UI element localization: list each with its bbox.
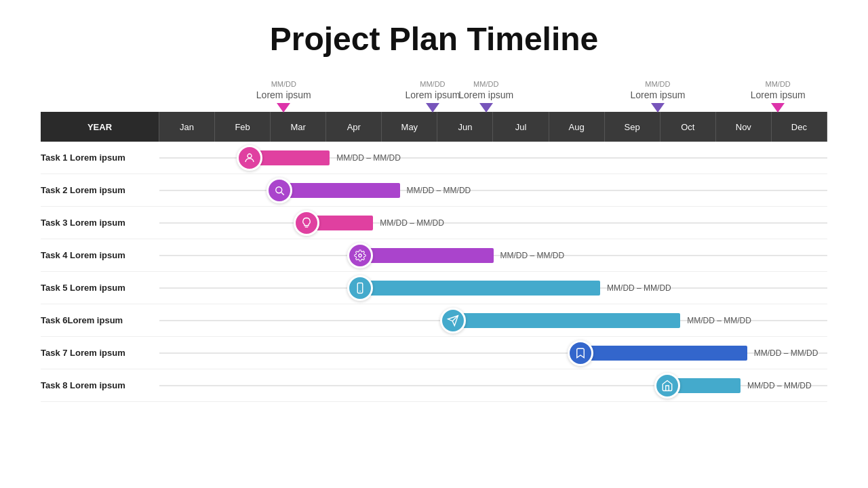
task-label: Task 4 Lorem ipsum <box>41 250 159 260</box>
month-cell-feb: Feb <box>215 112 271 142</box>
bar-date: MM/DD – MM/DD <box>336 153 401 163</box>
gantt-track: MM/DD – MM/DD <box>159 174 827 206</box>
month-cell-sep: Sep <box>605 112 660 142</box>
task-icon-circle <box>347 275 373 301</box>
task-icon-circle <box>294 210 319 236</box>
month-cell-jan: Jan <box>159 112 215 142</box>
bar-date: MM/DD – MM/DD <box>380 218 444 228</box>
milestone-arrow <box>277 103 290 113</box>
task-bar <box>360 281 601 296</box>
task-bar <box>360 248 494 263</box>
gantt-row: Task 7 Lorem ipsumMM/DD – MM/DD <box>41 337 827 369</box>
milestone-arrow <box>771 103 785 113</box>
track-line <box>159 222 827 223</box>
track-line <box>159 255 827 256</box>
milestone-label: Lorem ipsum <box>458 89 513 100</box>
gantt-track: MM/DD – MM/DD <box>159 239 827 271</box>
task-icon-circle <box>347 243 373 268</box>
bar-date: MM/DD – MM/DD <box>607 283 671 293</box>
task-label: Task 7 Lorem ipsum <box>41 348 159 358</box>
gantt-row: Task 3 Lorem ipsumMM/DD – MM/DD <box>41 207 827 239</box>
bar-wrapper <box>453 313 680 328</box>
year-label: YEAR <box>41 112 159 142</box>
task-bar <box>453 313 680 328</box>
task-label: Task 1 Lorem ipsum <box>41 152 159 163</box>
milestone-date: MM/DD <box>473 80 498 88</box>
task-icon-circle <box>267 178 292 203</box>
milestone-label: Lorem ipsum <box>751 89 806 100</box>
task-label: Task 2 Lorem ipsum <box>41 185 159 195</box>
month-cell-oct: Oct <box>660 112 716 142</box>
svg-point-4 <box>358 253 361 257</box>
milestone: MM/DD Lorem ipsum <box>405 80 460 112</box>
task-bar <box>279 183 399 198</box>
bar-date: MM/DD – MM/DD <box>500 251 565 260</box>
task-label: Task 6Lorem ipsum <box>41 315 159 325</box>
month-cell-mar: Mar <box>271 112 326 142</box>
gantt-track: MM/DD – MM/DD <box>159 272 827 304</box>
month-cell-jul: Jul <box>493 112 549 142</box>
milestone-label: Lorem ipsum <box>256 89 311 100</box>
milestone-arrow <box>651 103 665 113</box>
gantt-area: Task 1 Lorem ipsumMM/DD – MM/DDTask 2 Lo… <box>41 142 827 402</box>
task-label: Task 8 Lorem ipsum <box>41 380 159 390</box>
task-icon-circle <box>568 340 593 366</box>
task-label: Task 5 Lorem ipsum <box>41 283 159 293</box>
milestone-date: MM/DD <box>420 80 445 88</box>
gantt-row: Task 8 Lorem ipsumMM/DD – MM/DD <box>41 369 827 402</box>
month-bar: YEAR JanFebMarAprMayJunJulAugSepOctNovDe… <box>41 112 827 142</box>
gantt-row: Task 2 Lorem ipsumMM/DD – MM/DD <box>41 174 827 207</box>
milestone-arrow <box>426 103 439 113</box>
svg-point-0 <box>248 154 252 158</box>
milestone-label: Lorem ipsum <box>405 89 460 100</box>
bar-date: MM/DD – MM/DD <box>747 381 812 390</box>
gantt-row: Task 5 Lorem ipsumMM/DD – MM/DD <box>41 272 827 304</box>
bar-date: MM/DD – MM/DD <box>687 316 751 325</box>
page-title: Project Plan Timeline <box>0 0 868 71</box>
milestones-row: MM/DD Lorem ipsum MM/DD Lorem ipsum MM/D… <box>41 71 827 112</box>
svg-line-2 <box>281 192 284 195</box>
task-icon-circle <box>654 373 680 399</box>
bar-wrapper <box>580 346 747 361</box>
bar-wrapper <box>279 183 399 198</box>
milestone: MM/DD Lorem ipsum <box>458 80 513 112</box>
month-cell-may: May <box>382 112 437 142</box>
track-line <box>159 190 827 190</box>
gantt-row: Task 4 Lorem ipsumMM/DD – MM/DD <box>41 239 827 272</box>
task-icon-circle <box>440 308 466 333</box>
gantt-track: MM/DD – MM/DD <box>159 337 827 369</box>
month-cell-nov: Nov <box>716 112 772 142</box>
month-cell-dec: Dec <box>772 112 827 142</box>
bar-wrapper <box>360 248 494 263</box>
month-cell-aug: Aug <box>549 112 605 142</box>
gantt-row: Task 1 Lorem ipsumMM/DD – MM/DD <box>41 142 827 174</box>
bar-wrapper <box>360 281 601 296</box>
milestone-arrow <box>479 103 493 113</box>
gantt-track: MM/DD – MM/DD <box>159 304 827 336</box>
task-bar <box>580 346 747 361</box>
milestone-date: MM/DD <box>645 80 670 88</box>
milestone-date: MM/DD <box>766 80 791 88</box>
gantt-track: MM/DD – MM/DD <box>159 142 827 174</box>
milestone: MM/DD Lorem ipsum <box>256 80 311 112</box>
month-cell-apr: Apr <box>326 112 382 142</box>
month-cell-jun: Jun <box>437 112 493 142</box>
svg-point-1 <box>276 186 282 192</box>
milestone-date: MM/DD <box>271 80 296 88</box>
bar-date: MM/DD – MM/DD <box>754 348 818 358</box>
gantt-row: Task 6Lorem ipsumMM/DD – MM/DD <box>41 304 827 337</box>
gantt-track: MM/DD – MM/DD <box>159 207 827 239</box>
task-label: Task 3 Lorem ipsum <box>41 218 159 228</box>
bar-date: MM/DD – MM/DD <box>407 186 471 195</box>
gantt-track: MM/DD – MM/DD <box>159 369 827 401</box>
milestone: MM/DD Lorem ipsum <box>751 80 806 112</box>
task-icon-circle <box>237 145 262 171</box>
milestone-label: Lorem ipsum <box>630 89 685 100</box>
milestone: MM/DD Lorem ipsum <box>630 80 685 112</box>
